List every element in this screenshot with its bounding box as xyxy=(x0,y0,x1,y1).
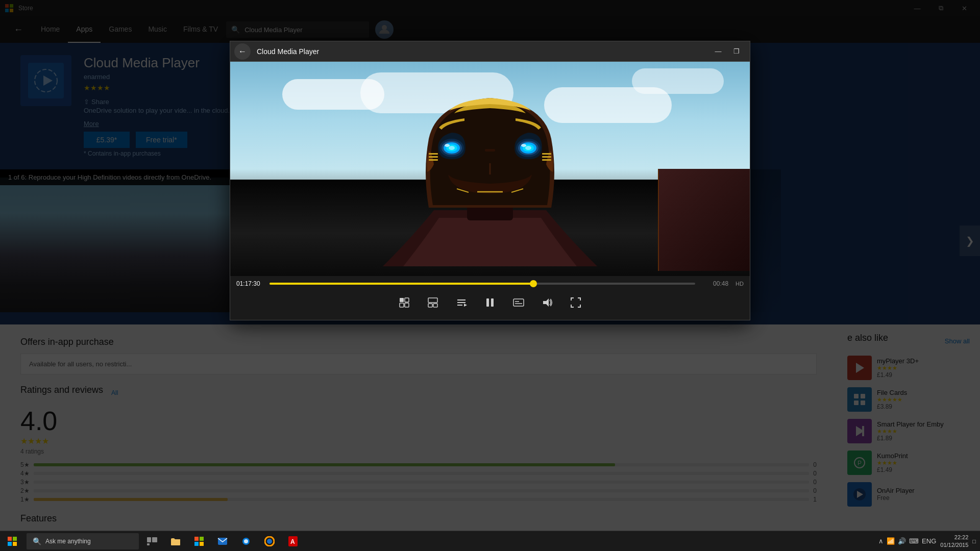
keyboard-icon[interactable]: ⌨ xyxy=(909,537,919,545)
svg-point-83 xyxy=(244,539,248,543)
svg-rect-59 xyxy=(433,304,437,307)
time-total: 00:48 xyxy=(700,280,728,287)
svg-point-85 xyxy=(267,539,272,544)
svg-rect-79 xyxy=(194,542,199,546)
svg-rect-57 xyxy=(428,298,437,303)
taskbar: 🔍 Ask me anything A ∧ 📶 🔊 ⌨ xyxy=(0,531,980,551)
svg-rect-49 xyxy=(429,159,438,161)
media-restore-button[interactable]: ❐ xyxy=(727,43,746,60)
svg-point-38 xyxy=(449,146,455,150)
video-frame xyxy=(230,62,750,276)
hd-badge: HD xyxy=(736,281,744,287)
svg-rect-56 xyxy=(405,303,409,307)
svg-rect-80 xyxy=(200,542,204,546)
photos-taskbar[interactable] xyxy=(235,531,257,552)
task-view-button[interactable] xyxy=(141,531,163,552)
svg-rect-72 xyxy=(8,542,12,546)
svg-rect-77 xyxy=(194,537,199,541)
volume-button[interactable] xyxy=(538,293,556,312)
svg-rect-73 xyxy=(13,542,17,546)
media-window-controls: — ❐ xyxy=(709,43,746,60)
network-icon[interactable]: 📶 xyxy=(887,537,895,545)
notifications-icon[interactable]: □ xyxy=(972,538,976,544)
media-titlebar: ← Cloud Media Player — ❐ xyxy=(230,41,750,62)
progress-bar[interactable] xyxy=(270,283,695,285)
svg-rect-65 xyxy=(491,298,494,307)
progress-row: 01:17:30 00:48 HD xyxy=(236,276,744,291)
mail-taskbar[interactable] xyxy=(211,531,234,552)
subtitle-button[interactable] xyxy=(509,293,528,312)
svg-rect-78 xyxy=(200,537,204,541)
svg-rect-66 xyxy=(513,299,524,306)
svg-rect-46 xyxy=(485,149,495,152)
svg-rect-48 xyxy=(429,156,438,158)
svg-rect-81 xyxy=(218,538,227,545)
svg-rect-74 xyxy=(147,537,151,542)
svg-point-39 xyxy=(445,144,450,147)
svg-rect-64 xyxy=(486,298,489,307)
time-current: 01:17:30 xyxy=(236,280,264,287)
browser-taskbar[interactable] xyxy=(258,531,281,552)
taskbar-search[interactable]: 🔍 Ask me anything xyxy=(27,533,139,549)
svg-rect-52 xyxy=(542,159,551,161)
svg-rect-55 xyxy=(400,303,404,307)
progress-handle[interactable] xyxy=(530,280,537,287)
start-button[interactable] xyxy=(0,531,24,552)
svg-point-45 xyxy=(521,144,526,147)
svg-rect-71 xyxy=(13,537,17,541)
media-title: Cloud Media Player xyxy=(257,47,709,56)
video-area xyxy=(230,62,750,276)
video-content xyxy=(230,62,750,276)
svg-rect-70 xyxy=(8,537,12,541)
media-minimize-button[interactable]: — xyxy=(709,43,727,60)
acrobat-taskbar[interactable]: A xyxy=(282,531,304,552)
media-back-button[interactable]: ← xyxy=(234,43,251,60)
overlay-backdrop: ← Cloud Media Player — ❐ xyxy=(0,0,980,531)
media-controls: 01:17:30 00:48 HD xyxy=(230,276,750,320)
svg-marker-69 xyxy=(543,298,549,307)
ironman-svg xyxy=(383,72,597,274)
svg-rect-54 xyxy=(405,298,409,302)
taskbar-search-icon: 🔍 xyxy=(33,537,41,545)
svg-rect-47 xyxy=(429,153,438,155)
file-explorer-taskbar[interactable] xyxy=(164,531,187,552)
volume-taskbar-icon[interactable]: 🔊 xyxy=(898,537,906,545)
chevron-up-icon[interactable]: ∧ xyxy=(878,537,884,545)
taskbar-clock[interactable]: 22:22 01/12/2015 xyxy=(940,534,968,548)
media-player-window: ← Cloud Media Player — ❐ xyxy=(230,41,750,320)
playlist-button[interactable] xyxy=(395,293,413,312)
svg-text:A: A xyxy=(290,538,295,545)
playlist2-button[interactable] xyxy=(452,293,471,312)
svg-point-44 xyxy=(525,146,531,150)
svg-rect-53 xyxy=(400,298,404,302)
svg-rect-50 xyxy=(542,153,551,155)
taskbar-system-icons: ∧ 📶 🔊 ⌨ ENG xyxy=(878,537,936,545)
progress-fill xyxy=(270,283,533,285)
svg-rect-51 xyxy=(542,156,551,158)
pause-button[interactable] xyxy=(481,293,499,312)
taskbar-pinned-icons: A xyxy=(141,531,304,552)
playback-controls xyxy=(236,291,744,314)
language-indicator[interactable]: ENG xyxy=(922,537,936,545)
svg-rect-76 xyxy=(147,543,150,545)
store-taskbar[interactable] xyxy=(188,531,210,552)
taskbar-right: ∧ 📶 🔊 ⌨ ENG 22:22 01/12/2015 □ xyxy=(878,534,980,548)
svg-rect-58 xyxy=(428,304,432,307)
fullscreen-button[interactable] xyxy=(567,293,585,312)
svg-rect-75 xyxy=(152,537,157,542)
layout-button[interactable] xyxy=(424,293,442,312)
svg-marker-63 xyxy=(464,304,467,307)
